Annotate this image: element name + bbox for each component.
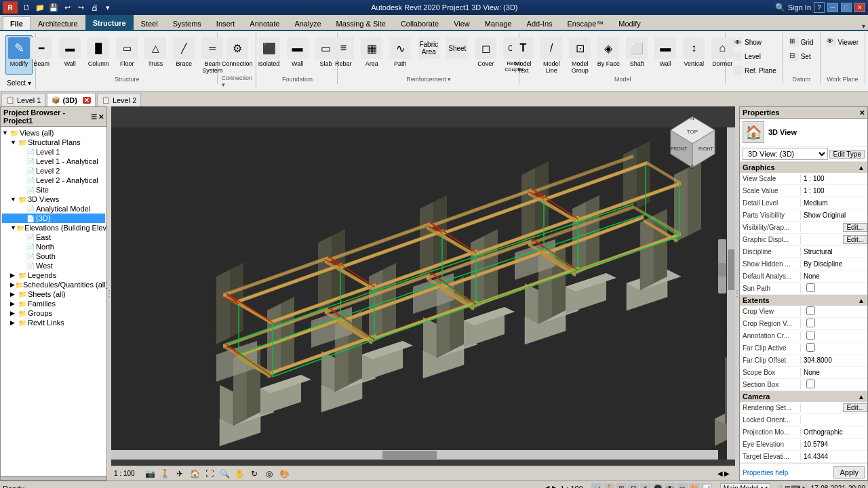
view-ctrl-pan[interactable]: ✋ xyxy=(233,468,245,480)
tree-item-west[interactable]: 📄 West xyxy=(2,261,105,270)
sb-icon-crop[interactable]: ✂ xyxy=(677,483,688,489)
select-dropdown[interactable]: Select ▾ xyxy=(3,77,35,89)
view-ctrl-fly[interactable]: ✈ xyxy=(174,468,186,480)
level-button[interactable]: Level xyxy=(730,49,764,63)
pp-graphic-disp-edit[interactable]: Edit... xyxy=(843,235,867,244)
pb-menu-icon[interactable]: ☰ xyxy=(91,113,97,121)
tab-3d[interactable]: 📦 (3D) ✕ xyxy=(47,93,95,106)
pp-show-hidden-value[interactable]: By Discipline xyxy=(801,260,867,268)
tab-file[interactable]: File xyxy=(3,16,31,30)
by-face-button[interactable]: ◈ By Face xyxy=(595,35,622,75)
sb-icon-shadow[interactable]: 🌑 xyxy=(652,483,663,489)
view-ctrl-zoom-fit[interactable]: ⛶ xyxy=(203,468,216,480)
new-button[interactable]: 🗋 xyxy=(20,2,33,13)
tab-steel[interactable]: Steel xyxy=(134,16,165,30)
sb-icon-render[interactable]: 🎨 xyxy=(689,483,700,489)
view-ctrl-steering[interactable]: ◎ xyxy=(263,468,275,480)
tree-item-level1-analytical[interactable]: 📄 Level 1 - Analytical xyxy=(2,157,105,166)
maximize-button[interactable]: □ xyxy=(841,3,852,12)
sb-icon-walk[interactable]: 🚶 xyxy=(604,483,614,489)
tab-analyze[interactable]: Analyze xyxy=(287,16,328,30)
tree-item-groups[interactable]: ▶ 📁 Groups xyxy=(2,308,105,318)
view-ctrl-zoom-in[interactable]: 🔍 xyxy=(218,468,231,480)
tab-massing[interactable]: Massing & Site xyxy=(329,16,393,30)
pp-projection-value[interactable]: Orthographic xyxy=(801,428,867,436)
tree-item-level1[interactable]: 📄 Level 1 xyxy=(2,147,105,157)
tree-item-level2-analytical[interactable]: 📄 Level 2 - Analytical xyxy=(2,176,105,185)
tab-collaborate[interactable]: Collaborate xyxy=(393,16,446,30)
expand-schedules[interactable]: ▶ xyxy=(10,281,15,288)
viewport[interactable]: TOP RIGHT FRONT N E S W 1 : 100 📷 🚶 ✈ 🏠 … xyxy=(111,106,735,481)
print-button[interactable]: 🖨 xyxy=(88,2,100,13)
tree-item-3d[interactable]: 📄 {3D} xyxy=(2,214,105,223)
tree-item-elevations[interactable]: ▼ 📁 Elevations (Building Elev... xyxy=(2,223,105,232)
tree-item-revit-links[interactable]: ▶ 📁 Revit Links xyxy=(2,318,105,327)
pp-annotation-checkbox[interactable] xyxy=(806,331,815,340)
fabric-area-button[interactable]: Fabric Area xyxy=(415,35,442,75)
help-icon[interactable]: ? xyxy=(814,2,825,13)
sb-prev[interactable]: ◀ xyxy=(544,484,549,488)
pp-scope-box-value[interactable]: None xyxy=(801,368,867,377)
sb-icon-sun[interactable]: ☀ xyxy=(640,483,651,489)
pp-visibility-edit[interactable]: Edit... xyxy=(843,223,867,232)
isolated-button[interactable]: ⬛ Isolated xyxy=(256,35,283,75)
tab-architecture[interactable]: Architecture xyxy=(31,16,85,30)
tree-item-views-all[interactable]: ▼ 📁 Views (all) xyxy=(2,128,105,138)
pp-camera-collapse[interactable]: ▲ xyxy=(858,393,865,401)
column-button[interactable]: █ Column xyxy=(85,35,112,75)
sb-model-selector[interactable]: Main Model xyxy=(720,483,770,489)
brace-button[interactable]: ╱ Brace xyxy=(170,35,197,75)
tree-item-schedules[interactable]: ▶ 📁 Schedules/Quantities (all) xyxy=(2,280,105,289)
pp-far-clip-active-checkbox[interactable] xyxy=(806,343,815,352)
close-button[interactable]: ✕ xyxy=(854,3,865,12)
pp-crop-view-checkbox[interactable] xyxy=(806,306,815,315)
minimize-button[interactable]: ─ xyxy=(827,3,838,12)
pp-camera-header[interactable]: Camera ▲ xyxy=(740,391,867,402)
scroll-right-viewport[interactable]: ▶ xyxy=(724,470,730,477)
tree-item-legends[interactable]: ▶ 📁 Legends xyxy=(2,270,105,280)
tab-manage[interactable]: Manage xyxy=(477,16,519,30)
qat-dropdown[interactable]: ▾ xyxy=(102,2,114,13)
tree-item-east[interactable]: 📄 East xyxy=(2,232,105,242)
navigation-cube[interactable]: TOP RIGHT FRONT N E S W xyxy=(664,113,722,171)
grid-button[interactable]: ⊞ Grid xyxy=(786,35,817,49)
pp-sun-path-checkbox[interactable] xyxy=(806,283,815,292)
tab-annotate[interactable]: Annotate xyxy=(242,16,287,30)
opening-wall-button[interactable]: ▬ Wall xyxy=(652,35,679,75)
model-group-button[interactable]: ⊡ Model Group xyxy=(566,35,593,76)
pp-rendering-edit[interactable]: Edit... xyxy=(843,403,867,412)
tree-item-3d-views[interactable]: ▼ 📁 3D Views xyxy=(2,195,105,204)
pp-edit-type-button[interactable]: Edit Type xyxy=(829,150,865,159)
ref-plane-button[interactable]: Ref. Plane xyxy=(730,64,780,77)
wall-button[interactable]: ▬ Wall xyxy=(56,35,83,75)
3d-tab-close[interactable]: ✕ xyxy=(83,97,91,104)
tab-systems[interactable]: Systems xyxy=(165,16,209,30)
expand-groups[interactable]: ▶ xyxy=(10,310,18,317)
expand-structural-plans[interactable]: ▼ xyxy=(10,139,18,146)
path-button[interactable]: ∿ Path xyxy=(387,35,414,75)
pp-parts-visibility-value[interactable]: Show Original xyxy=(801,211,867,220)
pb-resize-handle[interactable] xyxy=(1,476,106,480)
tab-view[interactable]: View xyxy=(446,16,477,30)
tree-item-level2[interactable]: 📄 Level 2 xyxy=(2,166,105,176)
sb-icon-analysis[interactable]: 📊 xyxy=(701,483,712,489)
ribbon-collapse[interactable]: ▾ xyxy=(862,22,865,30)
pb-close-icon[interactable]: ✕ xyxy=(98,113,104,121)
expand-families[interactable]: ▶ xyxy=(10,300,18,307)
sb-icon-grid[interactable]: ⊞ xyxy=(616,483,627,489)
view-ctrl-walk[interactable]: 🚶 xyxy=(159,468,171,480)
cover-button[interactable]: ◻ Cover xyxy=(472,35,499,75)
show-button[interactable]: 👁 Show xyxy=(730,35,765,49)
tab-addins[interactable]: Add-Ins xyxy=(519,16,560,30)
tab-level2[interactable]: 📋 Level 2 xyxy=(97,93,141,106)
undo-button[interactable]: ↩ xyxy=(61,2,73,13)
pp-graphics-collapse[interactable]: ▲ xyxy=(858,164,865,171)
open-button[interactable]: 📁 xyxy=(34,2,46,13)
pp-section-box-checkbox[interactable] xyxy=(806,380,815,388)
shaft-button[interactable]: ⬜ Shaft xyxy=(623,35,650,75)
sb-icon-show[interactable]: 👁 xyxy=(665,483,675,489)
view-ctrl-orbit[interactable]: ↻ xyxy=(248,468,260,480)
view-ctrl-camera[interactable]: 📷 xyxy=(144,468,156,480)
view-ctrl-3d-home[interactable]: 🏠 xyxy=(189,468,201,480)
expand-3d-views[interactable]: ▼ xyxy=(10,196,18,203)
